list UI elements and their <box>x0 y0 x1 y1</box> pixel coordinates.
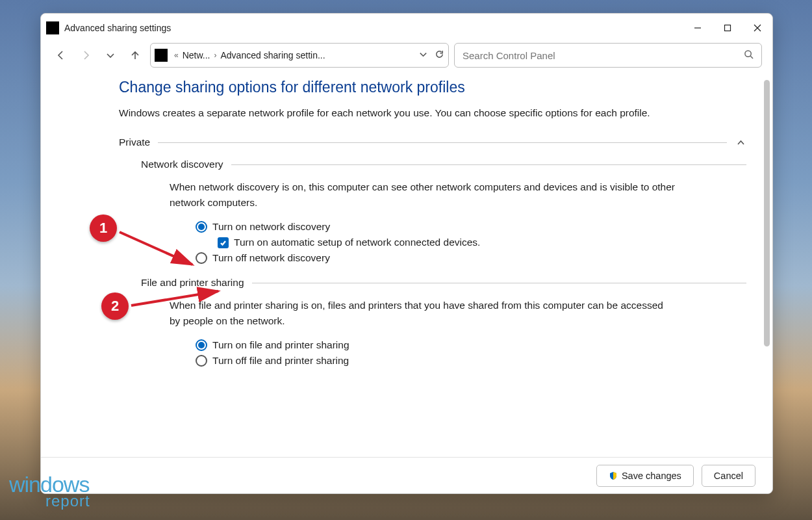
svg-rect-1 <box>725 25 731 31</box>
svg-point-4 <box>745 50 751 56</box>
checkbox-label: Turn on automatic setup of network conne… <box>234 237 480 248</box>
radio-icon <box>196 339 207 351</box>
shield-icon <box>609 471 618 480</box>
radio-icon <box>196 221 207 233</box>
minimize-button[interactable] <box>683 14 713 42</box>
address-bar[interactable]: « Netw... › Advanced sharing settin... <box>150 43 449 68</box>
breadcrumb-seg2[interactable]: Advanced sharing settin... <box>220 50 325 60</box>
file-sharing-desc: When file and printer sharing is on, fil… <box>170 298 676 329</box>
file-sharing-label: File and printer sharing <box>141 277 244 289</box>
subsection-file-sharing: File and printer sharing <box>141 277 746 289</box>
back-button[interactable] <box>51 46 71 65</box>
address-dropdown[interactable] <box>418 49 428 62</box>
up-button[interactable] <box>125 46 145 65</box>
search-input[interactable] <box>463 50 744 61</box>
radio-file-sharing-off[interactable]: Turn off file and printer sharing <box>196 355 746 367</box>
radio-label: Turn on file and printer sharing <box>212 339 349 351</box>
radio-discovery-off[interactable]: Turn off network discovery <box>196 252 746 264</box>
search-box[interactable] <box>454 43 762 68</box>
cancel-button[interactable]: Cancel <box>702 465 755 487</box>
radio-label: Turn on network discovery <box>212 221 330 233</box>
scrollbar[interactable] <box>764 80 770 346</box>
forward-button[interactable] <box>76 46 95 65</box>
checkbox-auto-setup[interactable]: Turn on automatic setup of network conne… <box>218 237 746 248</box>
network-discovery-label: Network discovery <box>141 159 223 170</box>
radio-label: Turn off network discovery <box>212 252 330 264</box>
control-panel-window: Advanced sharing settings « Netw... › Ad… <box>40 13 773 494</box>
titlebar: Advanced sharing settings <box>41 14 772 42</box>
footer: Save changes Cancel <box>41 457 772 493</box>
section-private-header[interactable]: Private <box>119 136 746 148</box>
radio-file-sharing-on[interactable]: Turn on file and printer sharing <box>196 339 746 351</box>
chevron-left-icon: « <box>173 51 180 60</box>
maximize-button[interactable] <box>713 14 742 42</box>
recent-dropdown[interactable] <box>101 46 120 65</box>
radio-icon <box>196 355 207 367</box>
subsection-network-discovery: Network discovery <box>141 159 746 170</box>
radio-discovery-on[interactable]: Turn on network discovery <box>196 221 746 233</box>
section-private-label: Private <box>119 136 150 148</box>
chevron-up-icon <box>735 138 746 147</box>
search-icon[interactable] <box>744 49 754 62</box>
window-title: Advanced sharing settings <box>64 23 171 33</box>
nav-row: « Netw... › Advanced sharing settin... <box>41 42 772 75</box>
cancel-label: Cancel <box>714 471 743 481</box>
page-heading: Change sharing options for different net… <box>119 79 746 96</box>
refresh-button[interactable] <box>435 49 444 62</box>
chevron-right-icon: › <box>212 51 218 60</box>
network-discovery-desc: When network discovery is on, this compu… <box>170 179 676 211</box>
radio-icon <box>196 252 207 264</box>
page-description: Windows creates a separate network profi… <box>119 105 678 121</box>
radio-label: Turn off file and printer sharing <box>212 355 349 367</box>
checkbox-icon <box>218 237 229 248</box>
svg-line-5 <box>750 56 753 58</box>
content-area: Change sharing options for different net… <box>41 75 772 457</box>
app-icon <box>46 21 59 34</box>
save-label: Save changes <box>622 471 681 481</box>
save-changes-button[interactable]: Save changes <box>596 465 694 487</box>
close-button[interactable] <box>742 14 772 42</box>
address-icon <box>155 49 168 62</box>
breadcrumb-seg1[interactable]: Netw... <box>183 50 210 60</box>
